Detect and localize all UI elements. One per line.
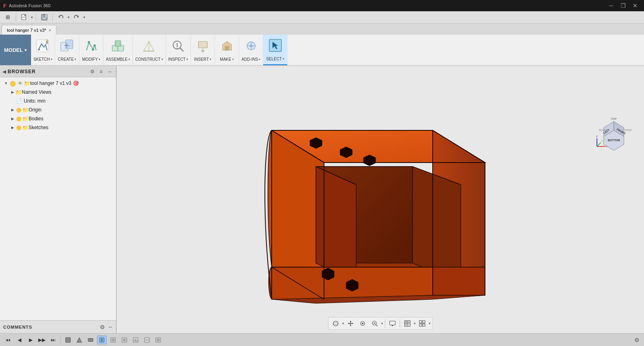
undo-arrow[interactable]: ▾ — [68, 15, 70, 19]
timeline-next-button[interactable]: ▶▶ — [37, 336, 47, 344]
main-area: ◀ BROWSER ⚙ ≡ ↔ ▼ ⬤ 👁 📁 tool hanger 7 v1… — [0, 66, 644, 333]
tab-close-button[interactable]: × — [49, 28, 51, 33]
svg-marker-107 — [134, 338, 138, 342]
model-button[interactable]: MODEL ▾ — [0, 35, 31, 65]
timeline-item-7[interactable] — [131, 336, 140, 344]
timeline-last-button[interactable]: ⏭ — [48, 336, 58, 344]
view-settings-button[interactable] — [417, 318, 428, 329]
select-label: SELECT ▾ — [266, 57, 284, 61]
sketches-folder-icon: 📁 — [22, 125, 29, 131]
select-toolbar-group[interactable]: SELECT ▾ — [263, 35, 287, 65]
pan-button[interactable] — [345, 318, 356, 329]
browser-back-arrow[interactable]: ◀ — [2, 69, 6, 74]
browser-settings-icon[interactable]: ⚙ — [89, 68, 96, 75]
orbit-button[interactable] — [330, 318, 341, 329]
timeline-item-8[interactable] — [142, 336, 152, 344]
tab-bar: tool hanger 7 v1 v3* × — [0, 23, 644, 35]
save-button[interactable] — [39, 12, 50, 22]
svg-text:RIGHT: RIGHT — [599, 129, 608, 132]
construct-label: CONSTRUCT ▾ — [135, 57, 163, 62]
named-views-label: Named Views — [22, 89, 52, 95]
undo-button[interactable] — [56, 12, 66, 22]
tree-units-item[interactable]: 📄 Units: mm — [0, 97, 116, 105]
timeline-item-9[interactable] — [153, 336, 163, 344]
active-tab[interactable]: tool hanger 7 v1 v3* × — [2, 25, 56, 35]
tree-named-views-item[interactable]: ▶ 📁 Named Views — [0, 88, 116, 97]
navigation-cube[interactable]: BOTTOM LEFT FRONT TOP FRONT RIGHT Z X Y — [596, 114, 632, 150]
file-arrow[interactable]: ▾ — [31, 15, 33, 19]
separator — [36, 14, 36, 21]
browser-resize-icon[interactable]: ↔ — [106, 68, 114, 75]
separator — [16, 14, 16, 21]
bodies-arrow[interactable]: ▶ — [10, 116, 15, 122]
restore-button[interactable]: ❐ — [617, 0, 629, 11]
svg-text:Y: Y — [601, 140, 603, 142]
tree-sketches-item[interactable]: ▶ ⬤ 📁 Sketches — [0, 123, 116, 132]
timeline-item-5[interactable] — [108, 336, 118, 344]
grid-arrow[interactable]: ▾ — [414, 321, 416, 325]
create-toolbar-group[interactable]: CREATE ▾ — [55, 35, 79, 65]
construct-toolbar-group[interactable]: CONSTRUCT ▾ — [133, 35, 166, 65]
svg-text:X: X — [605, 145, 607, 148]
viewport[interactable]: BOTTOM LEFT FRONT TOP FRONT RIGHT Z X Y — [117, 66, 644, 333]
modify-label: MODIFY ▾ — [82, 57, 100, 62]
timeline-item-2[interactable] — [74, 336, 84, 344]
bottom-separator — [60, 336, 61, 344]
orbit-arrow[interactable]: ▾ — [342, 321, 344, 325]
timeline-item-1[interactable] — [63, 336, 73, 344]
grid-settings-button[interactable] — [402, 318, 413, 329]
make-toolbar-group[interactable]: MAKE ▾ — [215, 35, 239, 65]
addins-toolbar-group[interactable]: ADD-INS ▾ — [239, 35, 263, 65]
assemble-toolbar-group[interactable]: ASSEMBLE ▾ — [103, 35, 133, 65]
tree-root-collapse-arrow[interactable]: ▼ — [3, 80, 9, 86]
browser-expand-icon[interactable]: ≡ — [97, 68, 105, 75]
origin-folder-icon: 📁 — [22, 107, 29, 113]
svg-point-31 — [250, 45, 252, 47]
sketch-toolbar-group[interactable]: SKETCH ▾ — [31, 35, 55, 65]
select-icon — [268, 38, 283, 56]
svg-point-16 — [88, 41, 90, 43]
grid-button[interactable]: ⊞ — [2, 12, 13, 22]
tree-root-item[interactable]: ▼ ⬤ 👁 📁 tool hanger 7 v1 v3 🎯 — [0, 79, 116, 88]
bodies-dot-icon: ⬤ — [16, 116, 21, 122]
browser-header: ◀ BROWSER ⚙ ≡ ↔ — [0, 66, 116, 77]
view-settings-arrow[interactable]: ▾ — [429, 321, 431, 325]
timeline-first-button[interactable]: ⏮ — [3, 336, 13, 344]
comments-bar: COMMENTS ⚙ ↔ — [0, 320, 116, 333]
svg-rect-21 — [115, 41, 121, 46]
tree-bodies-item[interactable]: ▶ ⬤ 📁 Bodies — [0, 114, 116, 123]
bottom-right-settings[interactable]: ⚙ — [633, 336, 641, 344]
display-settings-button[interactable] — [387, 318, 398, 329]
svg-point-9 — [38, 49, 40, 50]
comments-expand-icon[interactable]: ↔ — [107, 324, 113, 330]
inspect-toolbar-group[interactable]: INSPECT ▾ — [166, 35, 191, 65]
svg-rect-103 — [111, 338, 115, 342]
timeline-item-6[interactable] — [120, 336, 129, 344]
origin-arrow[interactable]: ▶ — [10, 107, 15, 113]
insert-toolbar-group[interactable]: INSERT ▾ — [191, 35, 215, 65]
sketches-arrow[interactable]: ▶ — [10, 125, 15, 130]
tree-origin-item[interactable]: ▶ ⬤ 📁 Origin — [0, 105, 116, 114]
timeline-prev-button[interactable]: ◀ — [14, 336, 24, 344]
timeline-play-button[interactable]: ▶ — [26, 336, 35, 344]
modify-icon — [83, 38, 99, 56]
redo-button[interactable] — [71, 12, 82, 22]
modify-toolbar-group[interactable]: MODIFY ▾ — [79, 35, 103, 65]
file-button[interactable] — [19, 12, 29, 22]
main-toolbar: MODEL ▾ SKETCH ▾ — [0, 35, 644, 66]
timeline-item-4-active[interactable] — [97, 336, 107, 344]
look-button[interactable] — [357, 318, 368, 329]
svg-marker-76 — [350, 325, 351, 326]
zoom-arrow[interactable]: ▾ — [381, 321, 383, 325]
comments-settings-icon[interactable]: ⚙ — [100, 324, 105, 330]
3d-model — [235, 98, 525, 323]
units-label: Units: mm — [24, 98, 45, 104]
assemble-icon — [110, 38, 126, 56]
named-views-arrow[interactable]: ▶ — [10, 89, 15, 95]
minimize-button[interactable]: ─ — [605, 0, 617, 11]
timeline-item-3[interactable] — [86, 336, 95, 344]
close-button[interactable]: ✕ — [630, 0, 641, 11]
redo-arrow[interactable]: ▾ — [83, 15, 85, 19]
browser-header-icons: ⚙ ≡ ↔ — [89, 68, 114, 75]
zoom-button[interactable] — [369, 318, 380, 329]
